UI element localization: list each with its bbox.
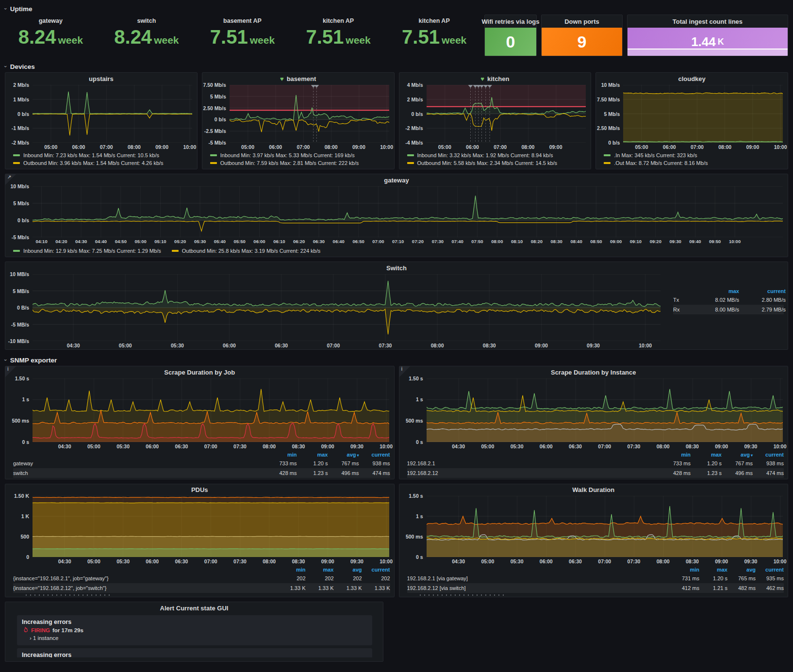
panel-title[interactable]: ♥basement	[202, 73, 394, 85]
external-link-icon[interactable]: ↗	[7, 174, 11, 180]
panel-title[interactable]: Total ingest count lines	[628, 15, 788, 28]
legend-value: 474 ms	[359, 470, 390, 476]
timeseries-chart[interactable]: 1.50 s1 s500 ms0 s04:3005:0005:3006:0006…	[5, 378, 394, 450]
alert-instances-toggle[interactable]: › 1 instance	[22, 634, 367, 642]
panel-kitchen: ♥kitchen 4 Mb/s2 Mb/s0 b/s-2 Mb/s-4 Mb/s…	[399, 72, 592, 169]
legend-item[interactable]: Outbound Min: 3.96 kb/s Max: 1.54 Mb/s C…	[13, 159, 193, 167]
legend-sort-header[interactable]: min	[278, 567, 306, 573]
y-axis-tick: 500	[20, 534, 29, 540]
timeseries-chart[interactable]: 10 MB/s5 MB/s0 B/s-5 MB/s-10 MB/s04:3005…	[5, 274, 665, 349]
legend-item[interactable]: Outbound Min: 7.59 kb/s Max: 2.81 Mb/s C…	[210, 159, 390, 167]
timeseries-chart[interactable]: 10 Mb/s5 Mb/s0 b/s-5 Mb/s04:1004:2004:30…	[5, 186, 788, 246]
legend-item[interactable]: Outbound Min: 5.58 kb/s Max: 2.34 Mb/s C…	[407, 159, 587, 167]
legend-item[interactable]: Inbound Min: 12.9 kb/s Max: 7.25 Mb/s Cu…	[13, 247, 161, 255]
y-axis-tick: 1 Mb/s	[13, 97, 29, 102]
panel-title[interactable]: Scrape Duration by Job	[5, 366, 394, 378]
legend-series-label[interactable]: 192.168.2.12	[407, 470, 660, 476]
legend-sort-header[interactable]: avg	[727, 567, 756, 573]
x-axis-tick: 06:30	[175, 558, 188, 564]
legend-item[interactable]: Inbound Min: 7.23 kb/s Max: 1.54 Mb/s Cu…	[13, 151, 193, 159]
panel-title[interactable]: PDUs	[5, 484, 394, 496]
panel-title[interactable]: cloudkey	[596, 73, 788, 85]
stat-value: 7.51	[210, 26, 248, 48]
legend-sort-header[interactable]: min	[660, 452, 691, 458]
legend-series-label[interactable]: gateway	[13, 460, 266, 466]
legend-sort-header[interactable]: avg▾	[328, 452, 359, 458]
section-header-uptime[interactable]: › Uptime	[5, 3, 788, 15]
timeseries-chart[interactable]: 4 Mb/s2 Mb/s0 b/s-2 Mb/s-4 Mb/s05:0006:0…	[399, 85, 591, 151]
legend-sort-header[interactable]: max	[297, 452, 328, 458]
legend-sort-header[interactable]: avg	[334, 567, 362, 573]
legend-sort-header[interactable]: max	[693, 288, 739, 294]
stat-value: 0	[506, 33, 515, 51]
legend-text: Inbound Min: 7.23 kb/s Max: 1.54 Mb/s Cu…	[23, 151, 159, 159]
timeseries-chart[interactable]: 1.50 s1 s500 ms0 s04:3005:0005:3006:0006…	[399, 378, 788, 450]
legend-sort-header[interactable]: max	[306, 567, 334, 573]
legend-item[interactable]: .Out Max: 8.72 Mb/s Current: 8.16 Mb/s	[604, 159, 784, 167]
legend-series-label[interactable]: {instance="192.168.2.1", job="gateway"}	[13, 575, 278, 581]
timeseries-chart[interactable]: 2 Mb/s1 Mb/s0 b/s-1 Mb/s-2 Mb/s05:0006:0…	[5, 85, 197, 151]
panel-title[interactable]: Walk Duration	[399, 484, 788, 496]
uptime-stats-row: gateway 8.24week switch 8.24week basemen…	[5, 15, 788, 56]
legend-header-row: minmaxavg▾current	[407, 450, 784, 459]
legend-sort-header[interactable]: max	[691, 452, 722, 458]
stat-title[interactable]: switch	[101, 17, 193, 24]
alert-item[interactable]: Increasing errors FIRING for 17m 29s › 1…	[17, 615, 372, 645]
x-axis-tick: 06:00	[146, 558, 159, 564]
chart-legend: Inbound Min: 3.97 kb/s Max: 5.33 Mb/s Cu…	[202, 151, 394, 169]
x-axis-tick: 09:30	[587, 343, 600, 348]
timeseries-chart[interactable]: 1.50 s1 s500 ms0 s04:3005:0005:3006:0006…	[399, 496, 788, 565]
panel-title[interactable]: Scrape Duration by Instance	[399, 366, 788, 378]
legend-series-label[interactable]: Rx	[673, 307, 693, 312]
panel-title[interactable]: Down ports	[542, 15, 622, 28]
x-axis-tick: 07:00	[204, 443, 217, 449]
legend-sort-header[interactable]: avg▾	[722, 452, 753, 458]
x-axis-tick: 09:30	[744, 443, 757, 449]
x-axis-tick: 04:30	[58, 558, 71, 564]
legend-sort-header[interactable]: max	[699, 567, 727, 573]
panel-title[interactable]: upstairs	[5, 73, 197, 85]
alert-item[interactable]: Increasing errors	[17, 648, 372, 657]
legend-series-label[interactable]: 192.168.2.1	[407, 460, 660, 466]
panel-title[interactable]: Switch	[5, 262, 788, 274]
legend-series-label[interactable]: {instance="192.168.2.12", job="switch"}	[13, 585, 278, 591]
legend-sort-header[interactable]: current	[359, 452, 390, 458]
legend-sort-header[interactable]: current	[753, 452, 784, 458]
stat-value: 9	[578, 33, 587, 51]
x-axis-tick: 04:50	[115, 239, 127, 244]
stat-title[interactable]: kitchen AP	[293, 17, 384, 24]
stat-title[interactable]: gateway	[5, 17, 97, 24]
stat-title[interactable]: kitchen AP	[388, 17, 480, 24]
legend-item[interactable]: Inbound Min: 3.97 kb/s Max: 5.33 Mb/s Cu…	[210, 151, 390, 159]
stat-title[interactable]: basement AP	[197, 17, 288, 24]
panel-title[interactable]: ♥kitchen	[399, 73, 591, 85]
panel-title[interactable]: gateway	[5, 174, 788, 186]
x-axis-tick: 08:00	[263, 558, 276, 564]
clipped-legend-row	[26, 594, 113, 596]
legend-value: 1.20 s	[691, 460, 722, 466]
info-icon[interactable]: i	[7, 366, 9, 372]
section-header-snmp[interactable]: › SNMP exporter	[5, 354, 788, 366]
panel-title[interactable]: Wifi retries via logs	[485, 15, 536, 28]
legend-item[interactable]: .In Max: 345 kb/s Current: 323 kb/s	[604, 151, 784, 159]
legend-item[interactable]: Inbound Min: 3.32 kb/s Max: 1.92 Mb/s Cu…	[407, 151, 587, 159]
info-icon[interactable]: i	[401, 366, 403, 372]
y-axis-tick: 0 s	[22, 439, 29, 445]
timeseries-chart[interactable]: 1.50 K1 K500004:3005:0005:3006:0006:3007…	[5, 496, 394, 565]
timeseries-chart[interactable]: 10 Mb/s7.50 Mb/s5 Mb/s2.50 Mb/s0 b/s05:0…	[596, 85, 788, 151]
legend-item[interactable]: Outbound Min: 25.8 kb/s Max: 3.19 Mb/s C…	[172, 247, 321, 255]
section-header-devices[interactable]: › Devices	[5, 61, 788, 72]
x-axis-tick: 08:30	[292, 443, 305, 449]
legend-series-label[interactable]: 192.168.2.1 [via gateway]	[407, 575, 672, 581]
legend-sort-header[interactable]: current	[739, 288, 786, 294]
legend-sort-header[interactable]: current	[362, 567, 390, 573]
legend-sort-header[interactable]: min	[266, 452, 297, 458]
legend-series-label[interactable]: switch	[13, 470, 266, 476]
timeseries-chart[interactable]: 7.50 Mb/s5 Mb/s2.50 Mb/s0 b/s-2.5 Mb/s-5…	[202, 85, 394, 151]
legend-series-label[interactable]: Tx	[673, 297, 693, 303]
x-axis-tick: 08:30	[551, 239, 562, 244]
legend-series-label[interactable]: 192.168.2.12 [via switch]	[407, 585, 672, 591]
legend-sort-header[interactable]: min	[671, 567, 699, 573]
panel-title[interactable]: Alert Current state GUI	[5, 602, 383, 614]
legend-sort-header[interactable]: current	[756, 567, 784, 573]
